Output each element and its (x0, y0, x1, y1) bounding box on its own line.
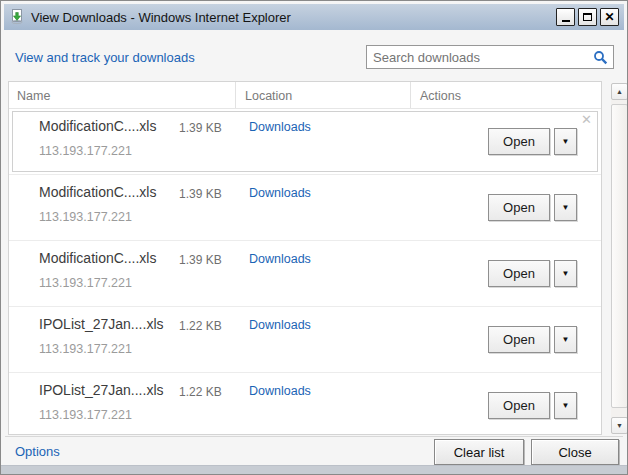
open-dropdown-button[interactable]: ▼ (554, 260, 577, 287)
location-link[interactable]: Downloads (249, 318, 311, 332)
caret-down-icon: ▼ (562, 269, 570, 278)
file-name: IPOList_27Jan....xls (39, 382, 164, 398)
download-list: ModificationC....xls 1.39 KB Downloads 1… (9, 109, 601, 435)
source-address: 113.193.177.221 (39, 342, 132, 356)
window-bottom-edge (1, 465, 627, 474)
caret-down-icon: ▼ (562, 203, 570, 212)
open-dropdown-button[interactable]: ▼ (554, 128, 577, 155)
download-page-icon (9, 9, 25, 25)
scroll-down-icon: ▼ (616, 422, 623, 429)
source-address: 113.193.177.221 (39, 276, 132, 290)
file-size: 1.22 KB (179, 385, 222, 399)
open-dropdown-button[interactable]: ▼ (554, 326, 577, 353)
titlebar[interactable]: View Downloads - Windows Internet Explor… (4, 4, 624, 30)
search-icon (593, 50, 608, 65)
file-size: 1.39 KB (179, 253, 222, 267)
list-header: Name Location Actions (9, 82, 601, 109)
open-button[interactable]: Open (488, 326, 550, 353)
options-link[interactable]: Options (15, 444, 60, 459)
open-dropdown-button[interactable]: ▼ (554, 194, 577, 221)
file-size: 1.39 KB (179, 187, 222, 201)
column-header-location: Location (245, 89, 292, 103)
search-button[interactable] (587, 46, 613, 68)
download-row[interactable]: ModificationC....xls 1.39 KB Downloads 1… (9, 175, 601, 241)
open-button[interactable]: Open (488, 128, 550, 155)
scroll-up-icon: ▲ (616, 88, 623, 95)
source-address: 113.193.177.221 (39, 144, 132, 158)
file-name: IPOList_27Jan....xls (39, 316, 164, 332)
file-size: 1.22 KB (179, 319, 222, 333)
download-row[interactable]: ModificationC....xls 1.39 KB Downloads 1… (9, 109, 601, 175)
close-icon: ✕ (604, 11, 614, 23)
caret-down-icon: ▼ (562, 137, 570, 146)
maximize-button[interactable] (578, 8, 597, 26)
download-row[interactable]: IPOList_27Jan....xls 1.22 KB Downloads 1… (9, 307, 601, 373)
file-name: ModificationC....xls (39, 184, 156, 200)
view-downloads-window: View Downloads - Windows Internet Explor… (0, 0, 628, 475)
column-divider (235, 82, 236, 108)
open-button[interactable]: Open (488, 392, 550, 419)
scrollbar-thumb[interactable] (611, 104, 628, 408)
remove-download-button[interactable]: ✕ (581, 113, 592, 126)
column-header-name: Name (17, 89, 50, 103)
location-link[interactable]: Downloads (249, 186, 311, 200)
file-size: 1.39 KB (179, 121, 222, 135)
location-link[interactable]: Downloads (249, 384, 311, 398)
caret-down-icon: ▼ (562, 401, 570, 410)
download-row[interactable]: IPOList_27Jan....xls 1.22 KB Downloads 1… (9, 373, 601, 435)
location-link[interactable]: Downloads (249, 252, 311, 266)
scroll-down-button[interactable]: ▼ (611, 417, 628, 434)
downloads-list-container: Name Location Actions ModificationC....x… (8, 81, 602, 435)
column-divider (410, 82, 411, 108)
minimize-button[interactable] (556, 8, 575, 26)
file-name: ModificationC....xls (39, 250, 156, 266)
view-track-downloads-link[interactable]: View and track your downloads (15, 50, 195, 65)
source-address: 113.193.177.221 (39, 210, 132, 224)
open-button[interactable]: Open (488, 260, 550, 287)
search-input[interactable] (367, 46, 587, 68)
open-button[interactable]: Open (488, 194, 550, 221)
clear-list-button[interactable]: Clear list (434, 439, 524, 465)
location-link[interactable]: Downloads (249, 120, 311, 134)
search-box (366, 45, 614, 69)
window-controls: ✕ (556, 8, 619, 26)
column-header-actions: Actions (420, 89, 461, 103)
scroll-up-button[interactable]: ▲ (611, 83, 628, 100)
open-dropdown-button[interactable]: ▼ (554, 392, 577, 419)
caret-down-icon: ▼ (562, 335, 570, 344)
close-button[interactable]: ✕ (600, 8, 619, 26)
vertical-scrollbar[interactable]: ▲ ▼ (611, 83, 628, 434)
footer-divider (5, 436, 623, 437)
source-address: 113.193.177.221 (39, 408, 132, 422)
maximize-icon (583, 13, 592, 21)
file-name: ModificationC....xls (39, 118, 156, 134)
window-title: View Downloads - Windows Internet Explor… (31, 10, 291, 25)
minimize-icon (562, 14, 570, 22)
close-dialog-button[interactable]: Close (531, 439, 619, 465)
download-row[interactable]: ModificationC....xls 1.39 KB Downloads 1… (9, 241, 601, 307)
